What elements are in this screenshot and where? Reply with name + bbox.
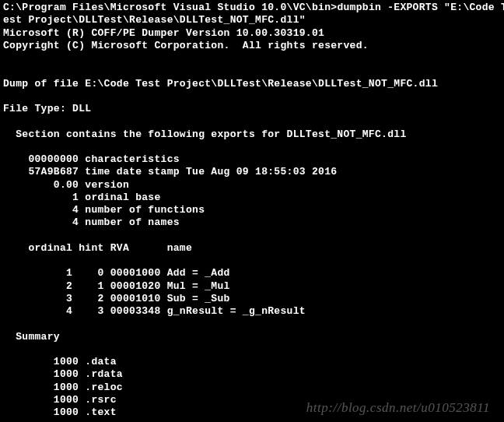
blank-line xyxy=(3,255,501,267)
exports-section-header: Section contains the following exports f… xyxy=(3,128,501,141)
num-functions-line: 4 number of functions xyxy=(3,204,501,216)
blank-line xyxy=(3,52,501,65)
cmd-line-1: C:\Program Files\Microsoft Visual Studio… xyxy=(3,2,501,14)
summary-row: 1000 .data xyxy=(3,356,501,368)
terminal-output[interactable]: C:\Program Files\Microsoft Visual Studio… xyxy=(3,2,501,419)
summary-row: 1000 .rdata xyxy=(3,368,501,381)
exports-table-header: ordinal hint RVA name xyxy=(3,242,501,255)
dump-title: Dump of file E:\Code Test Project\DLLTes… xyxy=(3,78,501,90)
blank-line xyxy=(3,90,501,103)
export-row: 4 3 00003348 g_nResult = _g_nResult xyxy=(3,305,501,318)
export-row: 1 0 00001000 Add = _Add xyxy=(3,267,501,280)
blank-line xyxy=(3,65,501,77)
blank-line xyxy=(3,343,501,356)
export-row: 2 1 00001020 Mul = _Mul xyxy=(3,280,501,293)
copyright-line: Copyright (C) Microsoft Corporation. All… xyxy=(3,40,501,52)
file-type: File Type: DLL xyxy=(3,103,501,115)
timestamp-line: 57A9B687 time date stamp Tue Aug 09 18:5… xyxy=(3,166,501,178)
blank-line xyxy=(3,141,501,153)
summary-row: 1000 .reloc xyxy=(3,382,501,394)
product-line: Microsoft (R) COFF/PE Dumper Version 10.… xyxy=(3,27,501,40)
export-row: 3 2 00001010 Sub = _Sub xyxy=(3,293,501,305)
characteristics-line: 00000000 characteristics xyxy=(3,153,501,166)
blank-line xyxy=(3,230,501,242)
watermark-text: http://blog.csdn.net/u010523811 xyxy=(306,399,490,416)
blank-line xyxy=(3,318,501,330)
cmd-part-1: dumpbin -EXPORTS "E:\Code T xyxy=(337,2,504,13)
num-names-line: 4 number of names xyxy=(3,216,501,229)
ordinal-base-line: 1 ordinal base xyxy=(3,192,501,204)
version-line: 0.00 version xyxy=(3,179,501,192)
blank-line xyxy=(3,115,501,128)
cmd-line-2: est Project\DLLTest\Release\DLLTest_NOT_… xyxy=(3,14,501,26)
summary-title: Summary xyxy=(3,331,501,343)
prompt-cwd: C:\Program Files\Microsoft Visual Studio… xyxy=(3,2,337,13)
